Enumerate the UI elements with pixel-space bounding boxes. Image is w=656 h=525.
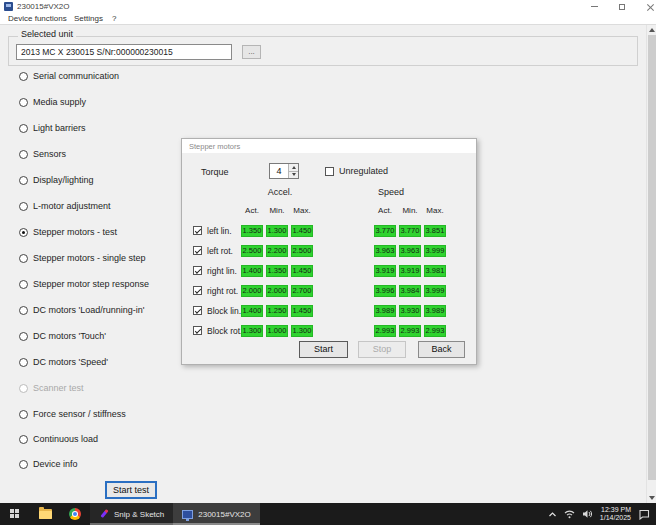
right-rot-checkbox[interactable] — [193, 286, 202, 295]
radio-label: Continuous load — [33, 434, 98, 444]
value-cell: 2.500 — [241, 245, 263, 257]
block-rot-checkbox[interactable] — [193, 326, 202, 335]
dialog-titlebar[interactable]: Stepper motors — [182, 139, 476, 153]
left-lin-checkbox[interactable] — [193, 226, 202, 235]
taskbar-app-label: 230015#VX2O — [198, 510, 251, 519]
value-cell: 2.000 — [266, 285, 288, 297]
menu-help[interactable]: ? — [112, 14, 116, 23]
unregulated-checkbox[interactable]: Unregulated — [325, 166, 388, 176]
radio-stepper-motors-single-step[interactable]: Stepper motors - single step — [19, 252, 146, 264]
scroll-up-button[interactable] — [647, 25, 656, 35]
app-icon — [4, 2, 13, 11]
radio-device-info[interactable]: Device info — [19, 458, 78, 470]
dialog-stop-button: Stop — [358, 341, 406, 358]
block-lin-checkbox[interactable] — [193, 306, 202, 315]
action-center-icon[interactable] — [638, 509, 650, 520]
radio-icon — [19, 98, 28, 107]
radio-label: DC motors 'Speed' — [33, 357, 108, 367]
dialog-start-button[interactable]: Start — [299, 341, 348, 358]
menu-device-functions[interactable]: Device functions — [8, 14, 67, 23]
radio-light-barriers[interactable]: Light barriers — [19, 122, 86, 134]
radio-icon — [19, 435, 28, 444]
radio-dc-motors-speed[interactable]: DC motors 'Speed' — [19, 356, 108, 368]
radio-display-lighting[interactable]: Display/lighting — [19, 174, 94, 186]
right-lin-checkbox[interactable] — [193, 266, 202, 275]
selected-unit-field[interactable] — [16, 44, 232, 60]
taskbar-app-vx2o[interactable]: 230015#VX2O — [173, 503, 260, 525]
radio-force-sensor-stiffness[interactable]: Force sensor / stiffness — [19, 408, 126, 420]
radio-dc-motors-touch[interactable]: DC motors 'Touch' — [19, 330, 106, 342]
accel-min-header: Min. — [266, 206, 288, 215]
file-explorer-button[interactable] — [30, 503, 60, 525]
radio-serial-communication[interactable]: Serial communication — [19, 70, 119, 82]
checked-checkbox-icon — [193, 326, 202, 335]
speed-act-header: Act. — [374, 206, 396, 215]
taskbar-clock[interactable]: 12:39 PM 1/14/2025 — [600, 506, 631, 522]
start-menu-button[interactable] — [0, 503, 30, 525]
window-title: 230015#VX2O — [17, 2, 70, 11]
radio-icon — [19, 150, 28, 159]
radio-disabled-icon — [19, 384, 28, 393]
accel-group-header: Accel. — [260, 187, 300, 197]
network-icon[interactable] — [564, 509, 575, 519]
speed-min-header: Min. — [399, 206, 421, 215]
radio-icon — [19, 124, 28, 133]
volume-icon[interactable] — [582, 509, 593, 519]
radio-media-supply[interactable]: Media supply — [19, 96, 86, 108]
scroll-down-button[interactable] — [647, 493, 656, 503]
value-cell: 1.400 — [241, 305, 263, 317]
radio-stepper-motors-test[interactable]: Stepper motors - test — [19, 226, 117, 238]
torque-spinner[interactable]: 4 — [269, 163, 299, 179]
clock-date: 1/14/2025 — [600, 514, 631, 522]
radio-label: Stepper motor step response — [33, 279, 149, 289]
maximize-button[interactable] — [611, 0, 633, 13]
radio-sensors[interactable]: Sensors — [19, 148, 66, 160]
row-label: Block lin. — [207, 306, 241, 316]
radio-icon — [19, 332, 28, 341]
radio-label: Light barriers — [33, 123, 86, 133]
vertical-scrollbar[interactable] — [646, 25, 656, 503]
clock-time: 12:39 PM — [600, 506, 631, 514]
windows-logo-icon — [10, 509, 20, 519]
radio-label: Force sensor / stiffness — [33, 409, 126, 419]
checked-checkbox-icon — [193, 286, 202, 295]
taskbar-app-snip-sketch[interactable]: Snip & Sketch — [90, 503, 173, 525]
spin-down-button[interactable] — [289, 171, 298, 179]
dialog-back-button[interactable]: Back — [418, 341, 465, 358]
minimize-button[interactable] — [583, 0, 605, 13]
value-cell: 3.999 — [424, 285, 446, 297]
value-cell: 2.500 — [291, 245, 313, 257]
start-test-button[interactable]: Start test — [105, 481, 157, 499]
scrollbar-thumb[interactable] — [648, 35, 656, 480]
value-cell: 1.350 — [241, 225, 263, 237]
radio-continuous-load[interactable]: Continuous load — [19, 433, 98, 445]
window-titlebar[interactable]: 230015#VX2O — [0, 0, 656, 13]
motor-row-left-rot: left rot. 2.500 2.200 2.500 3.963 3.963 … — [182, 245, 476, 257]
torque-label: Torque — [201, 167, 229, 177]
checked-checkbox-icon — [193, 226, 202, 235]
browse-unit-button[interactable]: ... — [242, 45, 261, 59]
menu-settings[interactable]: Settings — [74, 14, 103, 23]
chrome-button[interactable] — [60, 503, 90, 525]
speed-max-header: Max. — [424, 206, 446, 215]
value-cell: 2.000 — [241, 285, 263, 297]
motor-row-block-lin: Block lin. 1.400 1.250 1.450 3.989 3.930… — [182, 305, 476, 317]
radio-dc-motors-load[interactable]: DC motors 'Load/running-in' — [19, 304, 145, 316]
motor-row-left-lin: left lin. 1.350 1.300 1.450 3.770 3.770 … — [182, 225, 476, 237]
value-cell: 3.770 — [399, 225, 421, 237]
value-cell: 1.450 — [291, 305, 313, 317]
radio-label: Display/lighting — [33, 175, 94, 185]
torque-value[interactable]: 4 — [270, 164, 288, 178]
tray-chevron-up-icon[interactable] — [548, 510, 557, 519]
left-rot-checkbox[interactable] — [193, 246, 202, 255]
motor-row-right-lin: right lin. 1.400 1.350 1.450 3.919 3.919… — [182, 265, 476, 277]
radio-stepper-motor-step-response[interactable]: Stepper motor step response — [19, 278, 149, 290]
radio-icon — [19, 176, 28, 185]
taskbar: Snip & Sketch 230015#VX2O 12:39 PM 1/14/… — [0, 503, 656, 525]
row-label: right lin. — [207, 266, 237, 276]
value-cell: 3.989 — [424, 305, 446, 317]
value-cell: 1.300 — [266, 225, 288, 237]
spinner-buttons — [288, 164, 298, 178]
radio-l-motor-adjustment[interactable]: L-motor adjustment — [19, 200, 111, 212]
close-button[interactable] — [639, 0, 656, 13]
